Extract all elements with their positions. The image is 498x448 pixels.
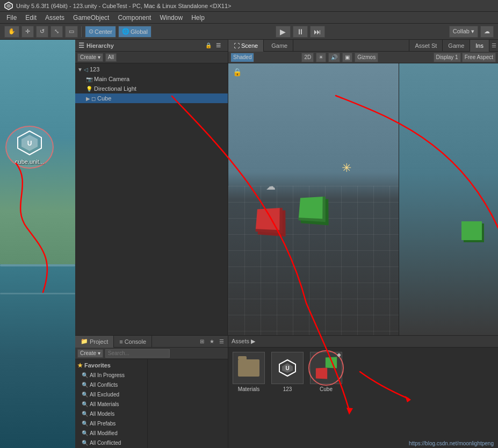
project-tabs: 📁 Project ≡ Console ⊞ ★ ☰ <box>75 336 228 348</box>
hierarchy-icon: ☰ <box>78 42 84 49</box>
hand-tool[interactable]: ✋ <box>4 26 19 38</box>
hierarchy-toolbar: Create ▾ All <box>75 52 228 63</box>
fav-models-label: All Models <box>90 411 114 417</box>
fav-materials-label: All Materials <box>90 401 119 407</box>
menu-gameobject[interactable]: GameObject <box>73 14 109 21</box>
materials-icon-box <box>233 352 265 384</box>
asset-cube[interactable]: Cube <box>310 352 342 392</box>
menu-component[interactable]: Component <box>118 14 151 21</box>
center-button[interactable]: ⊙ Center <box>85 26 116 38</box>
fav-excluded-label: All Excluded <box>90 392 119 398</box>
fav-all-models[interactable]: 🔍 All Models <box>75 409 147 418</box>
audio-button[interactable]: 🔊 <box>328 53 340 62</box>
hierarchy-panel-icons: 🔒 ☰ <box>204 41 225 50</box>
tab-scene[interactable]: ⛶ Scene <box>228 40 264 52</box>
project-menu-icon[interactable]: ☰ <box>217 337 226 346</box>
menu-file[interactable]: File <box>6 14 17 21</box>
fav-all-conflicts[interactable]: 🔍 All Conflicts <box>75 380 147 389</box>
fav-all-prefabs[interactable]: 🔍 All Prefabs <box>75 418 147 428</box>
scene-tab-label: Scene <box>241 42 258 49</box>
fav-all-in-progress[interactable]: 🔍 All In Progress <box>75 370 147 380</box>
2d-button[interactable]: 2D <box>301 53 314 62</box>
hierarchy-title: Hierarchy <box>86 42 114 49</box>
global-button[interactable]: 🌐 Global <box>118 26 151 38</box>
cube-icon-box <box>310 352 342 384</box>
cloud-button[interactable]: ☁ <box>480 26 494 38</box>
hierarchy-main-camera[interactable]: 📷 Main Camera <box>75 74 228 84</box>
cube-asset-label: Cube <box>320 386 333 392</box>
fav-all-excluded[interactable]: 🔍 All Excluded <box>75 389 147 399</box>
asset-123[interactable]: U 123 <box>271 352 304 392</box>
scene-lock-icon[interactable]: 🔒 <box>233 68 242 76</box>
project-create-button[interactable]: Create ▾ <box>77 349 103 358</box>
tab-project[interactable]: 📁 Project <box>75 336 114 348</box>
hierarchy-menu-icon[interactable]: ☰ <box>214 41 222 50</box>
step-button[interactable]: ⏭ <box>310 26 325 38</box>
menu-help[interactable]: Help <box>191 14 205 21</box>
top-panels: ☰ Hierarchy 🔒 ☰ Create ▾ All ▼ ◁ <box>75 40 498 335</box>
light-icon: 💡 <box>86 86 92 92</box>
hierarchy-lock-icon[interactable]: 🔒 <box>204 41 213 50</box>
tab-game[interactable]: Game <box>266 40 293 52</box>
hierarchy-create-button[interactable]: Create ▾ <box>77 53 103 62</box>
unity-logo-large: U <box>16 129 43 156</box>
light-label: Directional Light <box>94 85 136 92</box>
menu-window[interactable]: Window <box>160 14 183 21</box>
pause-button[interactable]: ⏸ <box>293 26 308 38</box>
play-button[interactable]: ▶ <box>276 26 291 38</box>
project-tab-icon: 📁 <box>81 338 88 345</box>
shading-button[interactable]: Shaded <box>230 53 254 62</box>
fav-all-conflicted[interactable]: 🔍 All Conflicted <box>75 438 147 447</box>
status-bar: https://blog.csdn.net/moonlightpeng <box>405 438 498 448</box>
hierarchy-scene[interactable]: ▼ ◁ 123 <box>75 64 228 74</box>
tab-inspector[interactable]: Ins <box>470 40 489 52</box>
tab-console[interactable]: ≡ Console <box>114 336 152 348</box>
move-tool[interactable]: ✛ <box>21 26 34 38</box>
status-url: https://blog.csdn.net/moonlightpeng <box>409 440 494 446</box>
search-icon-5: 🔍 <box>82 411 88 417</box>
desktop-unity-icon[interactable]: U cube.unit... <box>5 126 54 169</box>
hierarchy-cube[interactable]: ▶ ◻ Cube <box>75 93 228 103</box>
tab-game-right[interactable]: Game <box>443 40 470 52</box>
asset-store-tab-label: Asset St <box>415 42 437 49</box>
scene-view[interactable]: ✳ ☁ Iso Y X <box>228 63 498 335</box>
unity-scene-icon: U <box>278 358 297 378</box>
aspect-button[interactable]: Free Aspect <box>462 53 496 62</box>
search-icon-7: 🔍 <box>82 430 88 436</box>
cloud-icon: ☁ <box>266 180 276 192</box>
rect-tool[interactable]: ▭ <box>65 26 78 38</box>
hierarchy-all-button[interactable]: All <box>105 53 117 62</box>
panel-settings-icon[interactable]: ☰ <box>489 41 498 50</box>
gizmos-button[interactable]: Gizmos <box>355 53 378 62</box>
menu-assets[interactable]: Assets <box>45 14 64 21</box>
camera-label: Main Camera <box>94 76 129 82</box>
lighting-button[interactable]: ☀ <box>316 53 326 62</box>
collab-button[interactable]: Collab ▾ <box>449 26 478 38</box>
project-search-input[interactable] <box>105 349 170 358</box>
search-icon-2: 🔍 <box>82 382 88 388</box>
fav-all-materials[interactable]: 🔍 All Materials <box>75 399 147 409</box>
project-toolbar: Create ▾ <box>75 348 228 359</box>
main-layout: U cube.unit... ☰ Hierarchy 🔒 ☰ <box>0 40 498 448</box>
project-panel-icons: ⊞ ★ ☰ <box>198 337 228 346</box>
display-button[interactable]: Display 1 <box>434 53 461 62</box>
hierarchy-directional-light[interactable]: 💡 Directional Light <box>75 84 228 93</box>
asset-materials[interactable]: Materials <box>233 352 265 392</box>
menu-bar: File Edit Assets GameObject Component Wi… <box>0 12 498 24</box>
menu-edit[interactable]: Edit <box>25 14 37 21</box>
fav-modified-label: All Modified <box>90 430 118 436</box>
hierarchy-content: ▼ ◁ 123 📷 Main Camera 💡 Directional Ligh… <box>75 63 228 335</box>
fav-all-modified[interactable]: 🔍 All Modified <box>75 428 147 438</box>
tab-asset-store[interactable]: Asset St <box>409 40 443 52</box>
scale-tool[interactable]: ⤡ <box>50 26 63 38</box>
scene-tab-icon: ⛶ <box>234 42 240 49</box>
separator-1 <box>81 26 82 37</box>
effects-button[interactable]: ▣ <box>342 53 352 62</box>
project-panel: 📁 Project ≡ Console ⊞ ★ ☰ Create ▾ <box>75 336 228 448</box>
rotate-tool[interactable]: ↺ <box>36 26 48 38</box>
fav-conflicts-label: All Conflicts <box>90 382 118 388</box>
assets-header-label: Assets ▶ <box>232 338 255 345</box>
favorites-header[interactable]: ★ Favorites <box>75 360 147 370</box>
project-icon-2[interactable]: ★ <box>207 337 216 346</box>
project-icon-1[interactable]: ⊞ <box>198 337 206 346</box>
